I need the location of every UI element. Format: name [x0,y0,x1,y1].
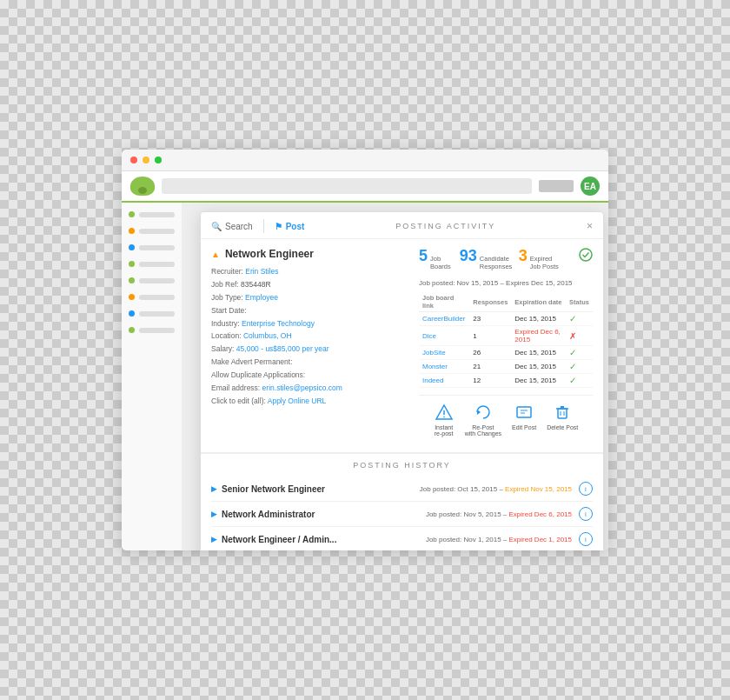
board-responses: 23 [469,312,511,326]
history-item: ▶ Network Engineer / Admin... Job posted… [211,527,593,550]
board-name[interactable]: Monster [419,360,469,374]
edit-post-icon [514,403,534,422]
recruiter-field: Recruiter: Erin Stiles [211,267,408,277]
maximize-dot[interactable] [155,157,162,163]
sidebar-item[interactable] [129,228,175,234]
nav-line [139,245,175,250]
responses-stat: 93 CandidateResponses [460,248,510,270]
sidebar [122,203,182,550]
stats-row: 5 JobBoards 93 CandidateResponses 3 Expi… [419,248,593,270]
repost-changes-icon [473,403,494,422]
nav-dot [129,310,135,317]
board-name[interactable]: Indeed [419,374,469,388]
history-posted-info: Job posted: Oct 15, 2015 – Expired Nov 1… [420,485,572,493]
svg-point-3 [443,417,445,418]
svg-point-0 [580,249,592,261]
board-expiry: Dec 15, 2015 [511,346,566,360]
svg-marker-4 [477,410,481,415]
close-button[interactable]: × [587,220,593,232]
expired-label: ExpiredJob Posts [530,255,559,270]
sidebar-item[interactable] [129,261,175,267]
delete-post-button[interactable]: Delete Post [547,403,578,437]
sidebar-item[interactable] [129,294,175,300]
close-dot[interactable] [130,157,137,163]
history-info-icon[interactable]: i [579,507,593,521]
history-info-icon[interactable]: i [579,482,593,496]
apply-url-field: Click to edit (all): Apply Online URL [211,397,408,407]
industry-link[interactable]: Enterprise Technology [242,319,315,328]
board-status: ✓ [566,374,593,388]
table-row: Indeed12Dec 15, 2015✓ [419,374,593,388]
make-advert-field: Make Advert Permanent: [211,357,408,368]
sidebar-item[interactable] [129,244,175,250]
industry-field: Industry: Enterprise Technology [211,319,408,330]
history-item: ▶ Senior Network Engineer Job posted: Oc… [211,477,593,502]
address-bar [162,178,532,194]
edit-post-button[interactable]: Edit Post [512,403,536,437]
col-header-board: Job board link [419,292,469,312]
email-field: Email address: erin.stiles@pepsico.com [211,383,408,394]
history-info-icon[interactable]: i [579,532,593,546]
sidebar-item[interactable] [129,327,175,333]
board-responses: 12 [469,374,511,388]
delete-post-icon [552,403,573,422]
nav-dot [129,327,135,333]
type-field: Job Type: Employee [211,293,408,303]
board-name[interactable]: CareerBuilder [419,312,469,326]
instant-repost-button[interactable]: Instantre-post [434,403,455,437]
board-responses: 26 [469,346,511,360]
history-job-title: Senior Network Engineer [222,484,420,494]
history-expired-date: Expired Dec 6, 2015 [509,510,573,518]
apply-url-link[interactable]: Apply Online URL [268,397,327,405]
history-posted-info: Job posted: Nov 5, 2015 – Expired Dec 6,… [426,510,572,518]
email-link[interactable]: erin.stiles@pepsico.com [262,383,342,392]
history-expand-arrow[interactable]: ▶ [211,510,217,518]
board-status: ✓ [566,360,593,374]
sidebar-item[interactable] [129,277,175,283]
posting-history-section: POSTING HISTORY ▶ Senior Network Enginee… [201,452,603,550]
nav-line [139,229,175,234]
search-tab[interactable]: 🔍 Search [211,222,253,231]
history-expand-arrow[interactable]: ▶ [211,535,217,543]
table-row: JobSite26Dec 15, 2015✓ [419,346,593,360]
post-tab[interactable]: ⚑ Post [275,222,305,231]
svg-rect-8 [558,409,567,418]
responses-label: CandidateResponses [480,255,510,270]
edit-post-label: Edit Post [512,424,536,430]
col-header-status: Status [566,292,593,312]
board-expiry: Dec 15, 2015 [511,360,566,374]
nav-dot [129,294,135,300]
main-content: 🔍 Search ⚑ Post POSTING ACTIVITY × [182,203,608,550]
repost-changes-label: Re-Postwith Changes [465,424,501,437]
board-name[interactable]: Dice [419,326,469,346]
board-name[interactable]: JobSite [419,346,469,360]
history-expand-arrow[interactable]: ▶ [211,484,217,493]
user-avatar[interactable]: EA [581,177,600,196]
sidebar-item[interactable] [129,310,175,317]
ref-field: Job Ref: 835448R [211,280,408,290]
history-posted-info: Job posted: Nov 1, 2015 – Expired Dec 1,… [426,536,572,543]
check-icon [579,248,593,263]
boards-count: 5 [419,248,428,263]
nav-line [139,262,175,267]
browser-window: EA [122,150,608,550]
location-link[interactable]: Columbus, OH [243,331,292,340]
nav-line [139,278,175,283]
board-status: ✓ [566,312,593,326]
board-status: ✗ [566,326,593,346]
repost-changes-button[interactable]: Re-Postwith Changes [465,403,501,437]
boards-label: JobBoards [430,255,451,270]
salary-link[interactable]: 45,000 - us$85,000 per year [236,344,329,353]
instant-repost-label: Instantre-post [435,424,454,437]
history-job-title: Network Engineer / Admin... [222,535,426,544]
job-expand-arrow[interactable]: ▲ [211,250,220,259]
delete-post-label: Delete Post [547,424,578,430]
history-item: ▶ Network Administrator Job posted: Nov … [211,502,593,527]
board-expiry: Dec 15, 2015 [511,374,566,388]
minimize-dot[interactable] [143,157,149,163]
recruiter-link[interactable]: Erin Stiles [245,267,278,276]
job-title: Network Engineer [225,248,314,260]
sidebar-item[interactable] [129,211,175,217]
type-link[interactable]: Employee [245,293,278,302]
history-expired-date: Expired Dec 1, 2015 [509,536,573,543]
